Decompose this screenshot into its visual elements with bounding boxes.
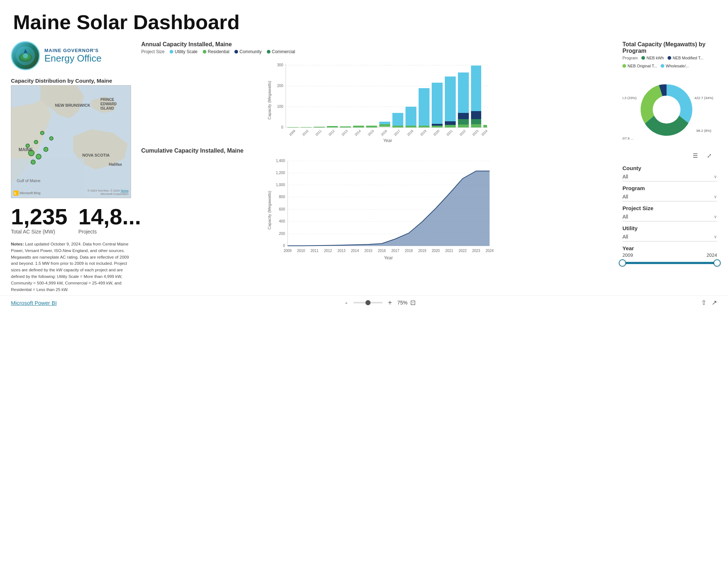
svg-rect-43 — [327, 126, 338, 127]
bar-chart-area: Capacity (Megawatts) 0 100 200 300 — [141, 56, 616, 144]
svg-point-13 — [44, 147, 48, 152]
svg-rect-66 — [471, 119, 481, 124]
bar-chart-svg: Capacity (Megawatts) 0 100 200 300 — [141, 56, 616, 144]
filter-county: County All ∨ — [622, 165, 717, 181]
filter-project-size-select[interactable]: All ∨ — [622, 212, 717, 221]
filter-county-select[interactable]: All ∨ — [622, 172, 717, 181]
svg-rect-41 — [301, 127, 312, 127]
filter-program-select[interactable]: All ∨ — [622, 192, 717, 201]
projects-number: 14,8... — [78, 205, 141, 228]
bottom-bar: Microsoft Power BI - + 75% ⊡ ⇧ ↗ — [0, 295, 728, 310]
projects-label: Projects — [78, 229, 141, 235]
donut-legend-neb-kwh: NEB kWh — [641, 56, 664, 60]
logo-area: MAINE GOVERNOR'S Energy Office — [11, 41, 135, 73]
center-panel: Annual Capacity Installed, Maine Project… — [141, 41, 616, 293]
year-slider-left-thumb[interactable] — [619, 259, 626, 267]
legend-residential-label: Residential — [208, 49, 229, 54]
svg-text:Year: Year — [384, 255, 393, 260]
filter-program-label: Program — [622, 185, 717, 191]
svg-rect-46 — [366, 126, 377, 127]
filter-program-value: All — [622, 194, 628, 200]
svg-text:2016: 2016 — [378, 249, 386, 253]
svg-point-17 — [40, 131, 44, 135]
svg-rect-60 — [445, 76, 456, 121]
svg-rect-69 — [483, 125, 487, 127]
svg-text:NEW BRUNSWICK: NEW BRUNSWICK — [55, 103, 90, 107]
map-title: Capacity Distribution by County, Maine — [11, 78, 135, 84]
svg-rect-55 — [432, 126, 443, 127]
svg-rect-40 — [288, 127, 298, 127]
powerbi-link[interactable]: Microsoft Power BI — [11, 300, 57, 306]
svg-point-16 — [50, 137, 53, 140]
projects-block: 14,8... Projects — [78, 205, 141, 235]
year-slider-right-thumb[interactable] — [713, 259, 721, 267]
year-slider-track[interactable] — [622, 262, 717, 264]
svg-text:2019: 2019 — [418, 249, 427, 253]
svg-rect-42 — [314, 127, 325, 127]
zoom-slider-track[interactable] — [353, 302, 383, 303]
donut-label-neb-kwh: NEB kWh — [646, 56, 664, 60]
svg-rect-52 — [405, 107, 416, 126]
svg-text:2010: 2010 — [301, 129, 309, 137]
svg-text:2019: 2019 — [419, 129, 427, 137]
legend-commercial-dot — [267, 50, 270, 54]
svg-text:NOVA SCOTIA: NOVA SCOTIA — [82, 153, 110, 157]
donut-dot-wholesale — [661, 64, 664, 68]
legend-residential-dot — [203, 50, 206, 54]
svg-text:b: b — [14, 192, 16, 195]
donut-legend-neb-orig: NEB Original T... — [622, 64, 657, 68]
svg-rect-57 — [432, 83, 443, 124]
filters-section: County All ∨ Program All ∨ Project Size … — [622, 165, 717, 267]
filter-icon[interactable]: ☰ — [691, 151, 700, 160]
svg-text:98.2 (8%): 98.2 (8%) — [696, 129, 711, 133]
svg-text:800: 800 — [279, 195, 285, 199]
svg-text:2013: 2013 — [341, 129, 348, 137]
share-icon[interactable]: ⇧ — [701, 299, 707, 307]
legend-utility: Utility Scale — [170, 49, 198, 54]
donut-legend-neb-mod: NEB Modified T... — [668, 56, 704, 60]
map-watermark: © 2024 TomTom, © 2024 TermsMicrosoft Cor… — [88, 189, 128, 196]
logo-bottom-text: Energy Office — [44, 53, 102, 64]
filter-program-chevron: ∨ — [714, 194, 717, 199]
svg-rect-47 — [379, 124, 390, 127]
filter-program: Program All ∨ — [622, 185, 717, 201]
donut-legend-label: Program — [622, 56, 638, 60]
svg-text:2009: 2009 — [284, 249, 292, 253]
svg-text:Halifax: Halifax — [109, 162, 122, 166]
filter-project-size-chevron: ∨ — [714, 214, 717, 219]
svg-rect-68 — [471, 66, 481, 111]
svg-text:2015: 2015 — [364, 249, 373, 253]
svg-text:MAINE: MAINE — [19, 147, 33, 152]
annual-legend-label: Project Size — [141, 49, 165, 54]
svg-text:2014: 2014 — [351, 249, 359, 253]
svg-rect-48 — [379, 122, 390, 124]
bing-logo: b Microsoft Bing — [13, 190, 40, 196]
svg-text:2018: 2018 — [406, 129, 414, 137]
donut-legend: Program NEB kWh NEB Modified T... NEB Or… — [622, 56, 717, 68]
zoom-plus-button[interactable]: + — [385, 299, 394, 307]
svg-text:406.3 (33%): 406.3 (33%) — [622, 96, 637, 100]
donut-title: Total Capacity (Megawatts) by Program — [622, 41, 717, 54]
expand-icon[interactable]: ⤢ — [705, 151, 713, 160]
cumulative-chart-section: Cumulative Capacity Installed, Maine Cap… — [141, 148, 616, 265]
zoom-minus-button[interactable]: - — [342, 299, 351, 307]
fullscreen-icon[interactable]: ↗ — [712, 299, 717, 307]
svg-text:1,400: 1,400 — [276, 159, 285, 163]
filter-utility-select[interactable]: All ∨ — [622, 232, 717, 241]
zoom-slider-thumb[interactable] — [365, 300, 371, 305]
donut-label-wholesale: Wholesale/... — [666, 64, 689, 68]
legend-community: Community — [234, 49, 262, 54]
filter-year-label: Year — [622, 245, 717, 251]
svg-text:PRINCE: PRINCE — [100, 98, 114, 102]
filter-utility-chevron: ∨ — [714, 234, 717, 239]
svg-rect-62 — [458, 119, 469, 125]
notes-label: Notes: — [11, 242, 24, 246]
svg-point-15 — [34, 140, 38, 144]
cumulative-chart-area: Capacity (Megawatts) 1,400 1,200 1,000 — [141, 156, 616, 265]
total-ac-number: 1,235 — [11, 205, 67, 228]
logo-top-text: MAINE GOVERNOR'S — [44, 48, 102, 53]
svg-text:600: 600 — [279, 207, 285, 211]
map-section: Capacity Distribution by County, Maine — [11, 78, 135, 198]
donut-section: Total Capacity (Megawatts) by Program Pr… — [622, 41, 717, 160]
fit-screen-icon[interactable]: ⊡ — [410, 299, 416, 307]
